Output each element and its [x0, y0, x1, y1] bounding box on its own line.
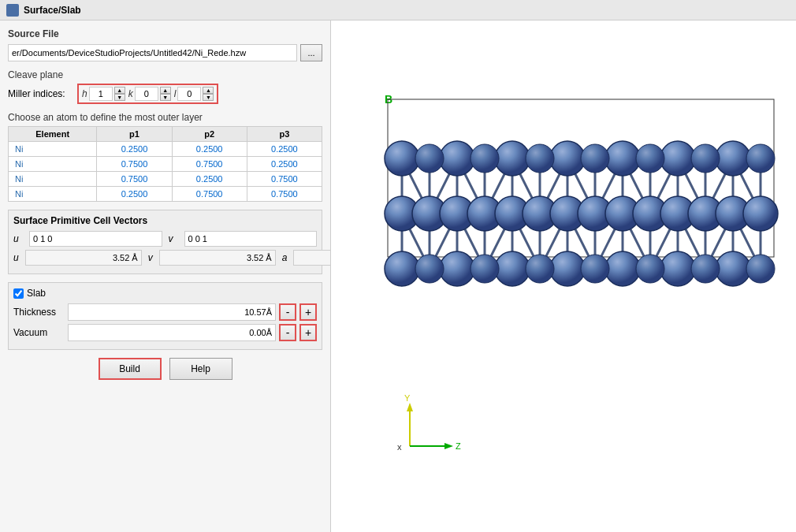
svg-point-108: [550, 251, 585, 286]
slab-checkbox[interactable]: [13, 288, 24, 299]
svg-point-114: [526, 255, 554, 283]
miller-k-spinner: ▲ ▼: [160, 87, 171, 101]
v-vec-label: v: [169, 233, 178, 244]
source-file-title: Source File: [8, 28, 322, 39]
miller-h-down[interactable]: ▼: [114, 94, 125, 101]
miller-k-item: k ▲ ▼: [128, 87, 171, 101]
svg-point-87: [581, 144, 609, 173]
svg-point-80: [550, 141, 585, 176]
col-p1: p1: [97, 127, 172, 142]
v-length-input: [159, 250, 276, 266]
atom-table-title: Choose an atom to define the most outer …: [8, 112, 322, 123]
crystal-svg: B: [331, 20, 796, 532]
svg-point-113: [471, 255, 499, 283]
miller-h-spinner: ▲ ▼: [114, 87, 125, 101]
right-panel: B: [331, 20, 796, 532]
slab-section: Slab Thickness - + Vacuum - +: [8, 282, 322, 350]
vacuum-plus-button[interactable]: +: [299, 324, 317, 341]
svg-point-111: [716, 251, 750, 286]
u-vec-label: u: [13, 233, 23, 244]
u-vec-input[interactable]: [29, 231, 162, 247]
browse-button[interactable]: ...: [300, 44, 322, 61]
atom-table: Element p1 p2 p3 Ni0.25000.25000.2500Ni0…: [8, 126, 322, 202]
svg-point-82: [660, 141, 695, 176]
table-row[interactable]: Ni0.25000.75000.7500: [9, 187, 322, 202]
miller-l-spinner: ▲ ▼: [203, 87, 214, 101]
u-length-label: u: [13, 252, 19, 263]
table-row[interactable]: Ni0.75000.75000.2500: [9, 157, 322, 172]
cleave-plane-label: Cleave plane: [8, 69, 322, 80]
vectors-row-2: u v a: [13, 250, 317, 266]
thickness-label: Thickness: [13, 307, 65, 318]
svg-point-89: [691, 144, 720, 173]
build-row: Build Help: [8, 358, 322, 380]
source-file-input[interactable]: [8, 44, 297, 61]
svg-point-85: [471, 144, 499, 173]
miller-l-up[interactable]: ▲: [203, 87, 214, 94]
miller-l-down[interactable]: ▼: [203, 94, 214, 101]
miller-h-label: h: [82, 88, 87, 99]
v-vec-input[interactable]: [184, 231, 318, 247]
cell-vectors-title: Surface Primitive Cell Vectors: [13, 215, 317, 226]
svg-point-106: [440, 251, 474, 286]
svg-text:Z: Z: [456, 441, 461, 451]
svg-point-83: [716, 141, 750, 176]
slab-header: Slab: [13, 288, 317, 299]
miller-k-up[interactable]: ▲: [160, 87, 171, 94]
col-p2: p2: [172, 127, 247, 142]
slab-label: Slab: [27, 288, 46, 299]
svg-point-115: [581, 255, 609, 283]
vacuum-minus-button[interactable]: -: [279, 324, 296, 341]
svg-text:x: x: [397, 442, 402, 452]
svg-point-78: [440, 141, 474, 176]
a-input: [293, 250, 331, 266]
help-button[interactable]: Help: [169, 358, 232, 380]
svg-text:Y: Y: [404, 393, 411, 403]
miller-k-input[interactable]: [135, 87, 158, 101]
thickness-row: Thickness - +: [13, 303, 317, 321]
miller-row: Miller indices: h ▲ ▼ k ▲ ▼: [8, 84, 322, 104]
build-button[interactable]: Build: [99, 358, 162, 380]
window-title: Surface/Slab: [24, 5, 81, 16]
miller-h-input[interactable]: [89, 87, 113, 101]
svg-point-109: [605, 251, 640, 286]
svg-point-112: [415, 255, 444, 283]
cell-vectors-section: Surface Primitive Cell Vectors u v u v a: [8, 210, 322, 274]
svg-point-116: [636, 255, 664, 283]
a-label: a: [282, 252, 288, 263]
vacuum-input[interactable]: [68, 324, 276, 341]
thickness-input[interactable]: [68, 303, 276, 321]
window-icon: [6, 4, 19, 17]
svg-point-90: [746, 144, 775, 173]
miller-h-item: h ▲ ▼: [82, 87, 125, 101]
miller-l-label: l: [174, 88, 177, 99]
miller-k-label: k: [128, 88, 133, 99]
svg-point-86: [526, 144, 554, 173]
miller-h-up[interactable]: ▲: [114, 87, 125, 94]
table-row[interactable]: Ni0.75000.25000.7500: [9, 172, 322, 187]
title-bar: Surface/Slab: [0, 0, 796, 20]
miller-l-input[interactable]: [177, 87, 201, 101]
svg-point-118: [746, 255, 775, 283]
svg-point-84: [415, 144, 444, 173]
svg-point-81: [605, 141, 640, 176]
miller-l-item: l ▲ ▼: [174, 87, 214, 101]
miller-label: Miller indices:: [8, 88, 71, 99]
miller-k-down[interactable]: ▼: [160, 94, 171, 101]
svg-point-117: [691, 255, 720, 283]
vacuum-row: Vacuum - +: [13, 324, 317, 341]
main-container: Source File ... Cleave plane Miller indi…: [0, 20, 796, 532]
thickness-plus-button[interactable]: +: [299, 303, 317, 321]
svg-point-88: [636, 144, 664, 173]
col-element: Element: [9, 127, 97, 142]
svg-point-107: [495, 251, 530, 286]
svg-point-77: [385, 141, 419, 176]
atom-table-section: Choose an atom to define the most outer …: [8, 112, 322, 202]
table-row[interactable]: Ni0.25000.25000.2500: [9, 142, 322, 157]
thickness-minus-button[interactable]: -: [279, 303, 296, 321]
u-length-input: [25, 250, 142, 266]
col-p3: p3: [247, 127, 322, 142]
svg-point-79: [495, 141, 530, 176]
miller-group: h ▲ ▼ k ▲ ▼ l: [77, 84, 218, 104]
svg-point-110: [660, 251, 695, 286]
